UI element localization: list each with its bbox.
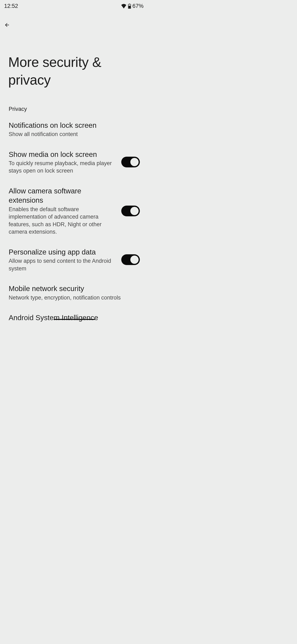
setting-subtitle: Show all notification content [9,130,135,138]
setting-personalize-app-data[interactable]: Personalize using app data Allow apps to… [0,242,148,278]
setting-title: Allow camera software extensions [9,186,116,205]
setting-notifications-lock-screen[interactable]: Notifications on lock screen Show all no… [0,115,148,144]
setting-subtitle: Enables the default software implementat… [9,206,116,236]
toggle-thumb [130,158,139,166]
toggle-thumb [130,207,139,215]
toggle-thumb [130,256,139,264]
toggle-camera-extensions[interactable] [121,206,140,216]
page-title: More security & privacy [0,29,148,104]
section-header-privacy: Privacy [0,104,148,115]
setting-title: Show media on lock screen [9,150,116,159]
setting-mobile-network-security[interactable]: Mobile network security Network type, en… [0,278,148,307]
setting-title: Android System Intelligence [9,313,135,322]
status-right: 67% [121,3,144,9]
setting-title: Personalize using app data [9,247,116,257]
svg-rect-2 [128,6,131,8]
toggle-personalize[interactable] [121,254,140,265]
setting-subtitle: Network type, encryption, notification c… [9,294,135,301]
navigation-handle[interactable] [54,319,95,320]
setting-show-media-lock-screen[interactable]: Show media on lock screen To quickly res… [0,144,148,180]
setting-subtitle: To quickly resume playback, media player… [9,160,116,174]
status-battery: 67% [132,3,144,9]
setting-camera-extensions[interactable]: Allow camera software extensions Enables… [0,180,148,242]
setting-title: Notifications on lock screen [9,120,135,130]
battery-icon [128,4,131,9]
back-arrow-icon [4,22,10,28]
setting-title: Mobile network security [9,284,135,293]
toggle-show-media[interactable] [121,157,140,168]
setting-subtitle: Allow apps to send content to the Androi… [9,257,116,272]
wifi-icon [121,4,127,8]
status-bar: 12:52 67% [0,0,148,11]
back-button[interactable] [0,11,148,29]
status-time: 12:52 [4,3,18,9]
